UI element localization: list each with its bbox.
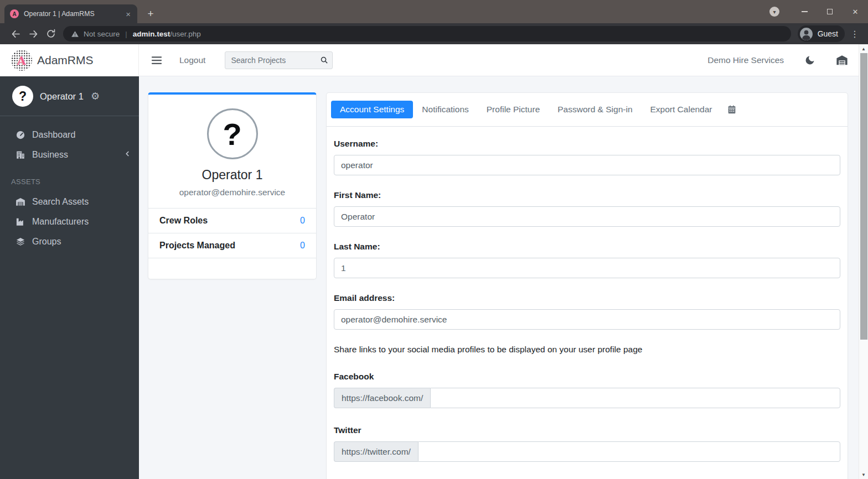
browser-toolbar: Not secure | admin.test/user.php Guest ⋮ (0, 23, 868, 44)
stat-row-crew-roles: Crew Roles 0 (148, 208, 316, 233)
tab-export-calendar[interactable]: Export Calendar (642, 101, 721, 118)
reload-button[interactable] (42, 25, 60, 42)
facebook-input[interactable] (430, 388, 840, 408)
social-links-note: Share links to your social media profile… (334, 345, 840, 355)
reload-icon (46, 29, 56, 39)
minimize-icon (802, 11, 808, 12)
dashboard-icon (15, 130, 26, 140)
back-icon (11, 29, 21, 39)
profile-name: Operator 1 (159, 168, 305, 183)
maximize-icon (827, 9, 833, 14)
calendar-icon-tab[interactable] (721, 101, 742, 118)
field-label: Facebook (334, 372, 840, 382)
sidebar-item-manufacturers[interactable]: Manufacturers (0, 212, 139, 232)
tab-profile-picture[interactable]: Profile Picture (478, 101, 549, 118)
account-settings-card: Account Settings Notifications Profile P… (326, 92, 848, 479)
page-scrollbar[interactable]: ▲ ▼ (859, 44, 868, 479)
sidebar: A AdamRMS ? Operator 1 ⚙ Dashboard (0, 44, 139, 479)
forward-button[interactable] (24, 25, 42, 42)
search-icon[interactable] (320, 56, 328, 66)
back-button[interactable] (7, 25, 24, 42)
sidebar-item-business[interactable]: Business (0, 145, 139, 165)
sidebar-toggle-button[interactable] (151, 54, 164, 67)
field-last-name: Last Name: (334, 242, 840, 278)
stat-value[interactable]: 0 (300, 216, 305, 226)
last-name-input[interactable] (334, 258, 840, 278)
search-input[interactable] (225, 51, 333, 69)
field-label: Twitter (334, 425, 840, 435)
sidebar-item-groups[interactable]: Groups (0, 232, 139, 252)
maximize-button[interactable] (817, 0, 843, 23)
sidebar-item-dashboard[interactable]: Dashboard (0, 125, 139, 145)
top-navbar: Logout Demo Hire Services (139, 44, 868, 76)
dark-mode-toggle[interactable] (804, 55, 815, 66)
stat-value[interactable]: 0 (300, 241, 305, 251)
field-label: Email address: (334, 293, 840, 303)
scroll-down-icon[interactable]: ▼ (859, 470, 868, 479)
scroll-up-icon[interactable]: ▲ (859, 44, 868, 53)
url-separator: | (125, 30, 127, 38)
new-tab-button[interactable]: + (143, 6, 158, 22)
twitter-input[interactable] (418, 441, 840, 462)
profile-avatar: ? (207, 108, 258, 159)
brand[interactable]: A AdamRMS (0, 44, 139, 76)
calendar-icon (727, 105, 737, 114)
project-search (225, 51, 333, 69)
gear-icon[interactable]: ⚙ (91, 90, 100, 102)
tab-close-icon[interactable]: × (125, 10, 132, 18)
browser-menu-button[interactable]: ⋮ (848, 29, 861, 39)
sidebar-item-label: Search Assets (32, 197, 89, 207)
first-name-input[interactable] (334, 206, 840, 227)
sidebar-item-label: Manufacturers (32, 217, 89, 227)
settings-tabs: Account Settings Notifications Profile P… (327, 93, 848, 127)
stat-row-projects-managed: Projects Managed 0 (148, 233, 316, 258)
tab-account-settings[interactable]: Account Settings (331, 101, 413, 118)
hamburger-icon (151, 54, 163, 66)
sidebar-section-assets: ASSETS (0, 165, 139, 190)
browser-profile-button[interactable]: Guest (798, 25, 845, 42)
user-profile-card: ? Operator 1 operator@demohire.service C… (148, 92, 317, 279)
forward-icon (28, 29, 39, 39)
instance-menu-button[interactable] (836, 54, 848, 66)
business-icon (15, 150, 26, 160)
stat-label: Projects Managed (159, 241, 235, 251)
url-domain: admin.test (133, 30, 170, 38)
moon-icon (804, 55, 815, 66)
browser-titlebar: A Operator 1 | AdamRMS × + ▾ ✕ (0, 0, 868, 23)
security-label: Not secure (84, 30, 120, 38)
field-label: Last Name: (334, 242, 840, 252)
email-input[interactable] (334, 309, 840, 330)
scrollbar-thumb[interactable] (860, 53, 867, 340)
minimize-button[interactable] (792, 0, 817, 23)
field-label: First Name: (334, 190, 840, 200)
not-secure-warning-icon (71, 30, 79, 38)
username-input[interactable] (334, 155, 840, 175)
sidebar-user[interactable]: ? Operator 1 ⚙ (0, 76, 139, 116)
close-button[interactable]: ✕ (843, 0, 868, 23)
tab-title: Operator 1 | AdamRMS (24, 10, 125, 18)
logout-link[interactable]: Logout (179, 55, 205, 65)
adamrms-logo-icon: A (11, 50, 32, 71)
field-first-name: First Name: (334, 190, 840, 227)
sidebar-item-label: Groups (32, 237, 61, 247)
warehouse-icon (836, 54, 848, 66)
facebook-url-prefix: https://facebook.com/ (334, 388, 430, 408)
tab-search-icon[interactable]: ▾ (769, 7, 779, 17)
profile-name: Guest (818, 29, 838, 38)
sidebar-item-search-assets[interactable]: Search Assets (0, 192, 139, 212)
chevron-left-icon (123, 150, 131, 160)
warehouse-icon (15, 197, 26, 207)
layers-icon (15, 237, 26, 247)
profile-email: operator@demohire.service (159, 188, 305, 197)
field-email: Email address: (334, 293, 840, 330)
url-bar[interactable]: Not secure | admin.test/user.php (63, 26, 791, 41)
browser-tab[interactable]: A Operator 1 | AdamRMS × (4, 4, 137, 23)
sidebar-item-label: Dashboard (32, 130, 75, 140)
twitter-url-prefix: https://twitter.com/ (334, 441, 418, 462)
tab-notifications[interactable]: Notifications (413, 101, 477, 118)
tab-password-sign-in[interactable]: Password & Sign-in (549, 101, 641, 118)
field-twitter: Twitter https://twitter.com/ (334, 425, 840, 462)
instance-name[interactable]: Demo Hire Services (707, 55, 784, 65)
favicon-icon: A (10, 9, 19, 18)
field-facebook: Facebook https://facebook.com/ (334, 372, 840, 408)
